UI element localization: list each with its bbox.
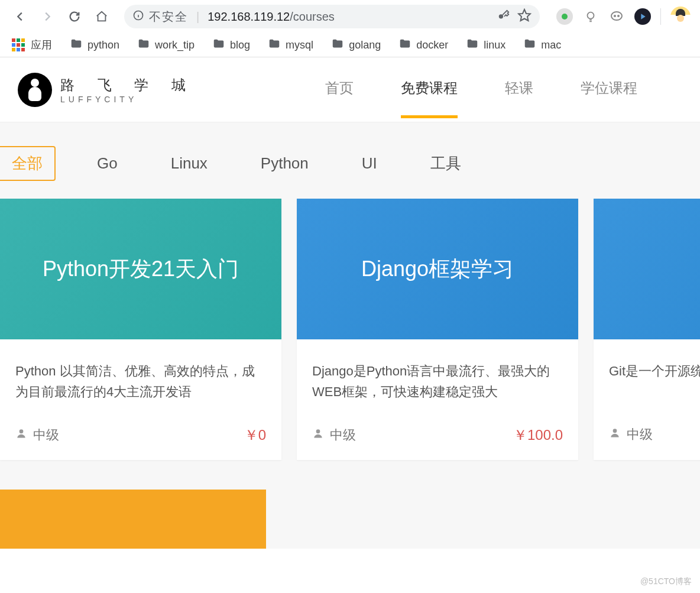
svg-marker-4 (518, 9, 530, 21)
course-hero (594, 199, 700, 339)
course-title: Django框架学习 (361, 255, 514, 284)
browser-toolbar: 不安全 | 192.168.119.12/courses (0, 0, 700, 33)
filter-ui[interactable]: UI (350, 148, 389, 179)
nav-free-courses[interactable]: 免费课程 (401, 61, 458, 118)
bookmark-label: work_tip (155, 39, 195, 51)
svg-point-13 (316, 429, 320, 433)
toolbar-extensions (556, 7, 691, 27)
course-price: ￥0 (244, 426, 266, 445)
key-icon[interactable] (497, 9, 510, 25)
svg-point-14 (613, 429, 617, 433)
folder-icon (523, 37, 536, 53)
extension-icon[interactable] (556, 8, 573, 25)
level-label: 中级 (330, 426, 356, 444)
site-logo[interactable]: 路 飞 学 城 LUFFYCITY (18, 73, 195, 107)
course-hero: Python开发21天入门 (0, 199, 281, 339)
folder-icon (268, 37, 281, 53)
url-path: /courses (290, 10, 335, 24)
level-label: 中级 (33, 426, 59, 444)
course-description: Git是一个开源统，可以有效 (609, 361, 700, 402)
person-icon (609, 427, 621, 442)
svg-point-8 (611, 12, 622, 20)
home-button[interactable] (91, 6, 112, 27)
apps-button[interactable]: 应用 (12, 38, 52, 52)
bookmark-label: python (88, 39, 119, 51)
bookmark-folder[interactable]: work_tip (137, 37, 195, 53)
svg-point-10 (618, 15, 619, 17)
bookmark-label: mysql (286, 39, 313, 51)
svg-point-9 (614, 15, 615, 17)
nav-light-courses[interactable]: 轻课 (505, 61, 533, 118)
bookmark-folder[interactable]: linux (466, 37, 505, 53)
bookmark-label: docker (416, 39, 448, 51)
forward-button[interactable] (37, 6, 58, 27)
bookmark-folder[interactable]: mysql (268, 37, 313, 53)
content-area: 全部 Go Linux Python UI 工具 Python开发21天入门 P… (0, 122, 700, 549)
star-icon[interactable] (517, 8, 532, 25)
nav-degree-courses[interactable]: 学位课程 (581, 61, 637, 118)
filter-tools[interactable]: 工具 (419, 147, 473, 180)
divider (660, 8, 661, 25)
logo-title-en: LUFFYCITY (60, 95, 195, 104)
extra-block (0, 490, 266, 549)
profile-avatar[interactable] (670, 7, 691, 27)
logo-icon (18, 73, 52, 107)
filter-python[interactable]: Python (249, 148, 320, 179)
folder-icon (398, 37, 411, 53)
apps-label: 应用 (31, 38, 52, 52)
svg-point-5 (588, 12, 594, 19)
bookmark-label: mac (541, 39, 561, 51)
course-hero: Django框架学习 (297, 199, 578, 339)
filter-all[interactable]: 全部 (0, 146, 56, 181)
bookmark-label: blog (230, 39, 250, 51)
filter-linux[interactable]: Linux (159, 148, 219, 179)
course-description: Python 以其简洁、优雅、高效的特点，成为目前最流行的4大主流开发语 (15, 361, 266, 402)
course-card[interactable]: Git是一个开源统，可以有效 中级 (594, 199, 700, 460)
bookmarks-bar: 应用 python work_tip blog mysql golang doc… (0, 33, 700, 57)
watermark: @51CTO博客 (640, 576, 692, 587)
course-price: ￥100.0 (513, 426, 563, 445)
logo-title-cn: 路 飞 学 城 (60, 76, 195, 95)
course-level: 中级 (312, 426, 356, 444)
bookmark-folder[interactable]: blog (212, 37, 250, 53)
filter-go[interactable]: Go (85, 148, 129, 179)
extension-icon[interactable] (582, 8, 599, 25)
folder-icon (212, 37, 225, 53)
site-header: 路 飞 学 城 LUFFYCITY 首页 免费课程 轻课 学位课程 (0, 57, 700, 122)
bookmark-folder[interactable]: python (70, 37, 119, 53)
apps-grid-icon (12, 38, 25, 51)
person-icon (312, 427, 324, 443)
folder-icon (70, 37, 83, 53)
bookmark-label: linux (484, 39, 505, 51)
level-label: 中级 (627, 426, 653, 443)
course-card[interactable]: Python开发21天入门 Python 以其简洁、优雅、高效的特点，成为目前最… (0, 199, 281, 460)
folder-icon (466, 37, 479, 53)
extension-icon[interactable] (634, 8, 651, 25)
nav-home[interactable]: 首页 (325, 61, 354, 118)
bookmark-folder[interactable]: golang (331, 37, 381, 53)
filter-tabs: 全部 Go Linux Python UI 工具 (0, 146, 700, 199)
folder-icon (137, 37, 150, 53)
reload-button[interactable] (64, 6, 85, 27)
address-bar[interactable]: 不安全 | 192.168.119.12/courses (124, 5, 540, 28)
folder-icon (331, 37, 344, 53)
course-row: Python开发21天入门 Python 以其简洁、优雅、高效的特点，成为目前最… (0, 199, 700, 460)
course-description: Django是Python语言中最流行、最强大的WEB框架，可快速构建稳定强大 (312, 361, 563, 402)
svg-point-12 (20, 429, 24, 433)
bookmark-folder[interactable]: mac (523, 37, 561, 53)
insecure-label: 不安全 (149, 9, 188, 25)
url-host: 192.168.119.12 (208, 10, 290, 24)
svg-point-3 (499, 14, 503, 18)
svg-marker-11 (641, 14, 645, 19)
course-level: 中级 (609, 426, 653, 443)
extension-icon[interactable] (608, 8, 625, 25)
course-title: Python开发21天入门 (43, 255, 239, 284)
pipe: | (196, 10, 199, 24)
bookmark-label: golang (349, 39, 381, 51)
site-nav: 首页 免费课程 轻课 学位课程 (325, 61, 637, 118)
back-button[interactable] (9, 6, 31, 27)
info-icon (132, 9, 144, 24)
bookmark-folder[interactable]: docker (398, 37, 448, 53)
course-level: 中级 (15, 426, 59, 444)
course-card[interactable]: Django框架学习 Django是Python语言中最流行、最强大的WEB框架… (297, 199, 578, 460)
